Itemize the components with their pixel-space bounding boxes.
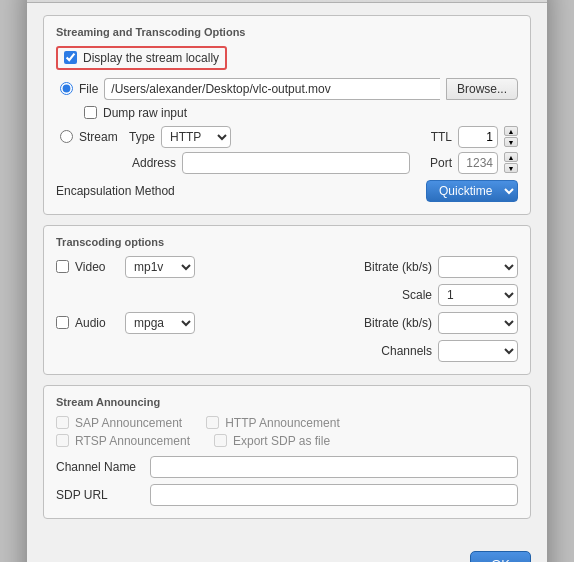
display-stream-checkbox[interactable] — [64, 51, 77, 64]
transcoding-label: Transcoding options — [56, 236, 518, 248]
dump-raw-row: Dump raw input — [56, 106, 518, 120]
bitrate-label: Bitrate (kb/s) — [364, 260, 432, 274]
stream-type-row: Stream Type HTTP UDP RTP TTL ▲ ▼ — [56, 126, 518, 148]
transcoding-section: Transcoding options Video mp1v mp2v mp4v… — [43, 225, 531, 375]
channels-label: Channels — [381, 344, 432, 358]
sap-label: SAP Announcement — [75, 416, 182, 430]
audio-bitrate-label: Bitrate (kb/s) — [364, 316, 432, 330]
stream-radio-label: Stream — [79, 130, 123, 144]
channel-name-row: Channel Name — [56, 456, 518, 478]
ttl-down-btn[interactable]: ▼ — [504, 137, 518, 147]
export-sdp-row: Export SDP as file — [214, 434, 330, 448]
export-sdp-checkbox[interactable] — [214, 434, 227, 447]
port-input[interactable] — [458, 152, 498, 174]
audio-row: Audio mpga mp3 aac Bitrate (kb/s) 128 19… — [56, 312, 518, 334]
rtsp-row: RTSP Announcement — [56, 434, 190, 448]
channels-select[interactable]: 1 2 — [438, 340, 518, 362]
file-path-input[interactable] — [104, 78, 440, 100]
sdp-url-row: SDP URL — [56, 484, 518, 506]
channel-name-input[interactable] — [150, 456, 518, 478]
port-spinner: ▲ ▼ — [504, 152, 518, 173]
enc-select[interactable]: Quicktime TS PS AVI — [426, 180, 518, 202]
stream-radio[interactable] — [60, 130, 73, 143]
address-row: Address Port ▲ ▼ — [56, 152, 518, 174]
file-radio-row: File Browse... — [56, 78, 518, 100]
ok-button[interactable]: OK — [470, 551, 531, 563]
ttl-up-btn[interactable]: ▲ — [504, 126, 518, 136]
announcing-checkboxes-row2: RTSP Announcement Export SDP as file — [56, 434, 518, 448]
file-radio-label: File — [79, 82, 98, 96]
enc-label: Encapsulation Method — [56, 184, 175, 198]
sdp-url-input[interactable] — [150, 484, 518, 506]
rtsp-checkbox[interactable] — [56, 434, 69, 447]
http-ann-label: HTTP Announcement — [225, 416, 340, 430]
scale-label: Scale — [402, 288, 432, 302]
footer: OK — [27, 543, 547, 563]
scale-select[interactable]: 1 0.5 2 — [438, 284, 518, 306]
port-down-btn[interactable]: ▼ — [504, 163, 518, 173]
streaming-section: Streaming and Transcoding Options Displa… — [43, 15, 531, 215]
rtsp-label: RTSP Announcement — [75, 434, 190, 448]
dump-raw-checkbox[interactable] — [84, 106, 97, 119]
ttl-label: TTL — [431, 130, 452, 144]
audio-codec-select[interactable]: mpga mp3 aac — [125, 312, 195, 334]
audio-checkbox[interactable] — [56, 316, 69, 329]
display-stream-row: Display the stream locally — [56, 46, 518, 70]
address-input[interactable] — [182, 152, 410, 174]
sap-row: SAP Announcement — [56, 416, 182, 430]
encapsulation-row: Encapsulation Method Quicktime TS PS AVI — [56, 180, 518, 202]
http-ann-row: HTTP Announcement — [206, 416, 340, 430]
file-radio[interactable] — [60, 82, 73, 95]
type-select[interactable]: HTTP UDP RTP — [161, 126, 231, 148]
video-row: Video mp1v mp2v mp4v Bitrate (kb/s) 128 … — [56, 256, 518, 278]
browse-button[interactable]: Browse... — [446, 78, 518, 100]
port-up-btn[interactable]: ▲ — [504, 152, 518, 162]
announcing-checkboxes-row1: SAP Announcement HTTP Announcement — [56, 416, 518, 430]
audio-label: Audio — [75, 316, 119, 330]
address-label: Address — [132, 156, 176, 170]
video-bitrate-select[interactable]: 128 256 512 — [438, 256, 518, 278]
type-label: Type — [129, 130, 155, 144]
export-sdp-label: Export SDP as file — [233, 434, 330, 448]
video-label: Video — [75, 260, 119, 274]
announcing-label: Stream Announcing — [56, 396, 518, 408]
channel-name-label: Channel Name — [56, 460, 142, 474]
display-stream-highlight: Display the stream locally — [56, 46, 227, 70]
dialog-window: Open Source Streaming and Transcoding Op… — [27, 0, 547, 562]
dump-raw-label: Dump raw input — [103, 106, 187, 120]
scale-row: Scale 1 0.5 2 — [56, 284, 518, 306]
video-checkbox[interactable] — [56, 260, 69, 273]
port-label: Port — [430, 156, 452, 170]
sdp-url-label: SDP URL — [56, 488, 142, 502]
video-codec-select[interactable]: mp1v mp2v mp4v — [125, 256, 195, 278]
channels-row: Channels 1 2 — [56, 340, 518, 362]
display-stream-label: Display the stream locally — [83, 51, 219, 65]
audio-bitrate-select[interactable]: 128 192 — [438, 312, 518, 334]
ttl-spinner: ▲ ▼ — [504, 126, 518, 147]
sap-checkbox[interactable] — [56, 416, 69, 429]
streaming-section-label: Streaming and Transcoding Options — [56, 26, 518, 38]
http-ann-checkbox[interactable] — [206, 416, 219, 429]
announcing-section: Stream Announcing SAP Announcement HTTP … — [43, 385, 531, 519]
ttl-input[interactable] — [458, 126, 498, 148]
